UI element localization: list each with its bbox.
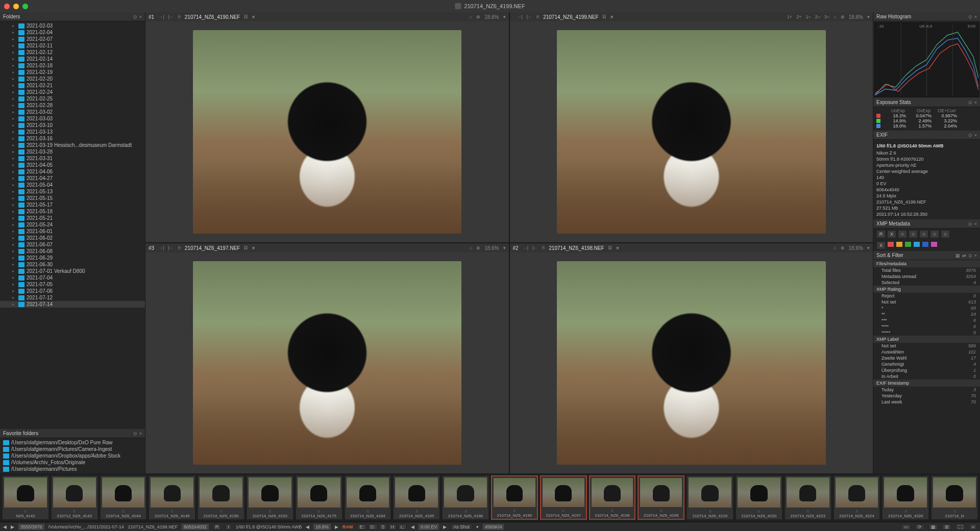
sortfilter-group-header[interactable]: Files/metadata [873,260,980,267]
exif-close-icon[interactable]: × [974,133,977,138]
sortfilter-close-icon[interactable]: × [974,253,977,258]
status-arrow-right-icon[interactable]: ▶ [11,524,14,529]
thumbnail[interactable]: ☆210714_NZ6_4190 [491,475,538,520]
favorite-row[interactable]: /Volumes/Archiv_Fotos/Originale [0,459,145,466]
xmp-color-swatch[interactable] [887,241,894,247]
favorites-pin-icon[interactable]: ⊙ [133,431,137,436]
status-r[interactable]: R [213,524,222,530]
status-flag-button[interactable]: S [379,524,387,530]
viewer-nav-left-icon[interactable]: →| [158,245,164,250]
folders-close-icon[interactable]: × [139,14,142,19]
folder-row[interactable]: ▸2021-03-02 [0,109,145,115]
folder-row[interactable]: ▸2021-04-27 [0,175,145,182]
viewer-compare-button[interactable]: 2= [815,14,820,19]
thumbnail[interactable]: ☆210714_NZ6_4219 [687,475,733,520]
folder-row[interactable]: ▸2021-02-19 [0,69,145,75]
xmp-color-swatch[interactable] [930,241,938,247]
viewer-nav-left-icon[interactable]: →| [158,14,164,19]
favorites-list[interactable]: /Users/olafgiermann/Desktop/DxO Pure Raw… [0,438,145,473]
folder-row[interactable]: ▸2021-06-30 [0,261,145,268]
folder-row[interactable]: ▸2021-03-19 Hessisch...desmuseum Darmsta… [0,142,145,148]
thumbnail[interactable]: ☆NZ6_4142 [2,475,49,520]
folder-row[interactable]: ▸2021-05-24 [0,221,145,228]
viewer-zoom-arrow-icon[interactable]: ▾ [503,245,506,250]
sortfilter-row[interactable]: Reject0 [873,293,980,299]
viewer-image-area[interactable] [145,252,509,473]
sortfilter-row[interactable]: In Arbeit0 [873,373,980,380]
folder-row[interactable]: ▸2021-03-31 [0,155,145,162]
maximize-window-button[interactable] [22,4,28,9]
thumbnail[interactable]: ☆210712_NZ6_4143 [51,475,98,520]
sortfilter-panel[interactable]: Files/metadataTotal files3976Metadata un… [873,260,980,473]
viewer-link-icon[interactable]: ⎘ [178,14,181,19]
folder-row[interactable]: ▸2021-06-08 [0,248,145,255]
viewer-nav-right-icon[interactable]: |← [532,245,538,250]
xmp-color-swatch[interactable] [913,241,920,247]
status-flag-button[interactable]: D: [368,524,378,530]
expstats-close-icon[interactable]: × [974,100,977,105]
thumbnail[interactable]: ☆210714_NZ6_4152 [247,475,293,520]
viewer-compare-button[interactable]: 1+ [787,14,792,19]
viewer-zoom-icon[interactable]: ⊕ [841,14,845,19]
xmp-color-swatch[interactable] [904,241,912,247]
folder-row[interactable]: ▸2021-06-02 [0,235,145,241]
thumbnail[interactable]: ☆210714_NZ6_4199 [638,475,684,520]
sortfilter-row[interactable]: Selected4 [873,280,980,286]
status-flag-button[interactable]: E: [357,524,367,530]
status-arrow2-left-icon[interactable]: ◀ [306,524,309,529]
viewer-zoom-arrow-icon[interactable]: ▾ [867,245,870,250]
folder-row[interactable]: ▸2021-03-16 [0,135,145,142]
folder-row[interactable]: ▸2021-02-25 [0,95,145,102]
status-arrow-left-icon[interactable]: ◀ [3,524,7,529]
viewer-zoom-value[interactable]: 18.6% [484,14,499,20]
xmp-button[interactable]: ☆ [941,230,950,238]
viewer-zoom-icon[interactable]: ⊕ [476,245,480,250]
folder-row[interactable]: ▸2021-05-15 [0,195,145,201]
histogram-canvas[interactable]: -10 UE-4.8 EV0 [874,22,979,97]
folder-row[interactable]: ▸2021-06-07 [0,241,145,248]
status-ev-left-icon[interactable]: ◀ [411,524,414,529]
viewer-lock-icon[interactable]: ⌂ [470,245,472,250]
viewer-image-area[interactable] [145,21,509,242]
folder-row[interactable]: ▸2021-04-05 [0,162,145,168]
status-crop-icon[interactable]: ▭ [901,524,911,530]
folder-row[interactable]: ▸2021-05-18 [0,208,145,215]
folder-row[interactable]: ▸2021-02-21 [0,82,145,89]
folder-row[interactable]: ▸2021-06-01 [0,228,145,235]
folder-row[interactable]: ▸2021-07-01 Verkauf D800 [0,268,145,274]
thumbnail[interactable]: ☆210714_NZ6_4198 [589,475,636,520]
folder-row[interactable]: ▸2021-07-14 [0,301,145,308]
sortfilter-pin-icon[interactable]: ⊙ [968,253,972,258]
viewer-compare-button[interactable]: 3= [824,14,829,19]
sortfilter-row[interactable]: ****0 [873,323,980,330]
status-wb-arrow-icon[interactable]: ▾ [476,524,479,529]
viewer-image-area[interactable] [510,21,873,242]
filmstrip[interactable]: ☆NZ6_4142☆210712_NZ6_4143☆210714_NZ6_414… [0,473,980,522]
sortfilter-row[interactable]: Today3 [873,387,980,393]
xmp-color-swatch[interactable] [896,241,903,247]
status-path[interactable]: /Volumes/Archiv_.../2021/2021-07-14 [48,524,124,529]
favorite-row[interactable]: /Users/olafgiermann/Desktop/DxO Pure Raw [0,439,145,446]
xmp-clear-button[interactable]: X [876,241,886,249]
viewer-image-area[interactable] [510,252,873,473]
viewer-link-icon[interactable]: ⎘ [178,245,181,250]
sortfilter-row[interactable]: *69 [873,305,980,311]
sortfilter-row[interactable]: Yesterday70 [873,393,980,399]
folder-row[interactable]: ▸2021-02-12 [0,49,145,56]
folder-row[interactable]: ▸2021-05-17 [0,201,145,208]
thumbnail[interactable]: ☆210714_NZ6_4144 [100,475,147,520]
folder-row[interactable]: ▸2021-06-29 [0,255,145,261]
xmp-button[interactable]: ☆ [898,230,907,238]
viewer-close-icon[interactable]: × [252,14,255,20]
sortfilter-row[interactable]: Genehmigt4 [873,361,980,367]
xmp-button[interactable]: ☆ [909,230,918,238]
favorite-row[interactable]: /Users/olafgiermann/Dropbox/apps/Adobe S… [0,452,145,459]
thumbnail[interactable]: ☆210714_NZ6_4226 [882,475,929,520]
sortfilter-row[interactable]: Auswählen101 [873,349,980,355]
minimize-window-button[interactable] [13,4,19,9]
viewer-zoom-icon[interactable]: ⊕ [476,14,480,19]
viewer-lock-icon[interactable]: ⌂ [834,14,836,19]
viewer-lock-icon[interactable]: ⌂ [470,14,472,19]
xmp-button[interactable]: ☆ [930,230,939,238]
viewer-link-icon[interactable]: ⎘ [542,245,545,250]
